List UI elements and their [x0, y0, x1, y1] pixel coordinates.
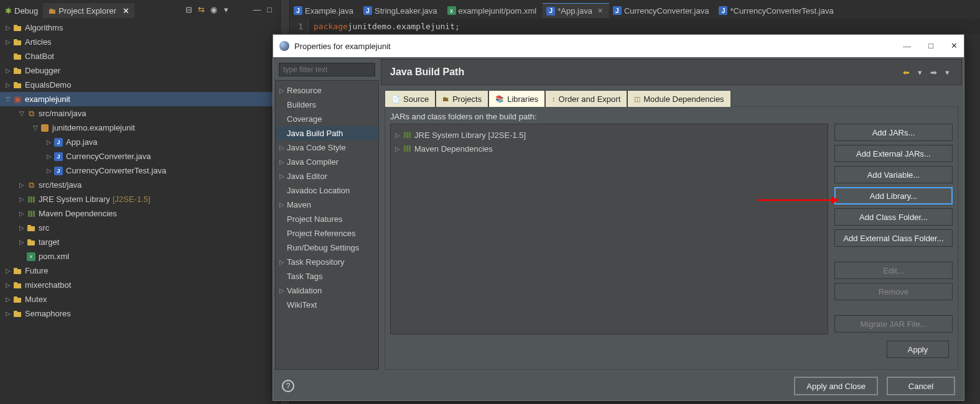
nav-item[interactable]: WikiText [276, 298, 378, 312]
nav-item[interactable]: Builders [276, 98, 378, 112]
history-forward-menu-icon[interactable]: ▾ [941, 67, 953, 78]
close-icon[interactable]: ✕ [597, 7, 603, 15]
focus-task-icon[interactable]: ◉ [208, 4, 219, 15]
tree-row[interactable]: ▽▣examplejunit [0, 92, 280, 106]
code-editor-line[interactable]: 1 package junitdemo.examplejunit; [290, 19, 980, 34]
nav-item[interactable]: Run/Debug Settings [276, 241, 378, 255]
twisty-icon[interactable]: ▷ [45, 139, 54, 145]
tree-row[interactable]: ▷JCurrencyConverterTest.java [0, 163, 280, 178]
nav-item[interactable]: ▷Java Code Style [276, 140, 378, 155]
nav-item[interactable]: ▷Validation [276, 283, 378, 298]
twisty-icon[interactable]: ▷ [278, 259, 286, 265]
add-variable-button[interactable]: Add Variable... [834, 166, 953, 183]
twisty-icon[interactable]: ▷ [393, 145, 402, 152]
jars-tree[interactable]: ▷JRE System Library [J2SE-1.5]▷Maven Dep… [390, 124, 828, 334]
tree-row[interactable]: ▷Articles [0, 35, 280, 49]
history-forward-icon[interactable]: ➡ [928, 67, 939, 78]
apply-and-close-button[interactable]: Apply and Close [794, 377, 878, 395]
tree-row[interactable]: ▷Future [0, 264, 280, 278]
help-icon[interactable]: ? [282, 380, 294, 392]
twisty-icon[interactable]: ▷ [278, 144, 286, 151]
twisty-icon[interactable]: ▷ [17, 210, 26, 217]
link-editor-icon[interactable]: ⇆ [195, 4, 207, 15]
properties-nav-tree[interactable]: ▷ResourceBuildersCoverageJava Build Path… [275, 80, 379, 370]
nav-item[interactable]: Java Build Path [276, 126, 378, 140]
tree-row[interactable]: ▽junitdemo.examplejunit [0, 121, 280, 135]
tree-row[interactable]: ▷JCurrencyConverter.java [0, 149, 280, 163]
twisty-icon[interactable]: ▷ [17, 181, 26, 188]
tree-row[interactable]: ▷Semaphores [0, 306, 280, 321]
tree-row[interactable]: ▷EqualsDemo [0, 78, 280, 92]
view-menu-icon[interactable]: ▾ [220, 4, 231, 15]
buildpath-tab[interactable]: ↕Order and Export [545, 90, 627, 107]
nav-item[interactable]: ▷Task Repository [276, 255, 378, 269]
buildpath-tab[interactable]: 📄Source [385, 90, 436, 107]
filter-input[interactable] [279, 63, 375, 76]
editor-tab[interactable]: JCurrencyConverter.java [609, 3, 716, 18]
twisty-icon[interactable]: ▷ [45, 153, 54, 160]
tree-row[interactable]: ▷Algorithms [0, 21, 280, 35]
window-maximize-icon[interactable]: □ [928, 41, 933, 51]
buildpath-tab[interactable]: 🖿Projects [436, 90, 488, 107]
twisty-icon[interactable]: ▽ [31, 124, 40, 131]
window-close-icon[interactable]: ✕ [951, 41, 958, 51]
apply-button[interactable]: Apply [887, 341, 949, 358]
cancel-button[interactable]: Cancel [887, 377, 955, 395]
nav-item[interactable]: Task Tags [276, 269, 378, 283]
twisty-icon[interactable]: ▷ [278, 287, 286, 294]
twisty-icon[interactable]: ▷ [4, 310, 12, 317]
twisty-icon[interactable]: ▷ [4, 67, 12, 74]
twisty-icon[interactable]: ▷ [393, 132, 402, 139]
library-row[interactable]: ▷Maven Dependencies [393, 142, 825, 155]
buildpath-tab[interactable]: 📚Libraries [488, 90, 545, 107]
editor-tab[interactable]: J*CurrencyConverterTest.java [715, 3, 839, 18]
project-explorer-tree[interactable]: ▷Algorithms▷ArticlesChatBot▷Debugger▷Equ… [0, 19, 280, 404]
nav-item[interactable]: Project Natures [276, 212, 378, 226]
library-row[interactable]: ▷JRE System Library [J2SE-1.5] [393, 128, 825, 142]
add-external-jars-button[interactable]: Add External JARs... [834, 145, 953, 162]
add-external-class-folder-button[interactable]: Add External Class Folder... [834, 229, 953, 247]
tree-row[interactable]: ▷Maven Dependencies [0, 206, 280, 221]
twisty-icon[interactable]: ▷ [278, 173, 286, 180]
tree-row[interactable]: xpom.xml [0, 249, 280, 264]
editor-tab[interactable]: xexamplejunit/pom.xml [444, 3, 543, 18]
twisty-icon[interactable]: ▽ [17, 110, 26, 117]
history-back-icon[interactable]: ⬅ [900, 67, 912, 78]
tree-row[interactable]: ▽⧉src/main/java [0, 106, 280, 121]
add-jars-button[interactable]: Add JARs... [834, 124, 953, 141]
nav-item[interactable]: ▷Java Editor [276, 169, 378, 183]
twisty-icon[interactable]: ▷ [17, 239, 26, 246]
tree-row[interactable]: ▷Debugger [0, 63, 280, 78]
twisty-icon[interactable]: ▷ [4, 81, 12, 88]
tab-debug[interactable]: ✱ Debug [0, 3, 43, 18]
tree-row[interactable]: ▷JRE System Library[J2SE-1.5] [0, 192, 280, 206]
tree-row[interactable]: ▷src [0, 221, 280, 235]
nav-item[interactable]: Project References [276, 226, 378, 241]
nav-item[interactable]: Coverage [276, 112, 378, 126]
window-minimize-icon[interactable]: — [903, 41, 911, 51]
twisty-icon[interactable]: ▷ [278, 158, 286, 165]
add-library-button[interactable]: Add Library... [834, 187, 953, 204]
dialog-title-bar[interactable]: Properties for examplejunit — □ ✕ [273, 35, 964, 57]
tree-row[interactable]: ▷JApp.java [0, 135, 280, 149]
tree-row[interactable]: ▷target [0, 235, 280, 249]
minimize-view-icon[interactable]: — [251, 4, 263, 15]
maximize-view-icon[interactable]: □ [264, 4, 275, 15]
twisty-icon[interactable]: ▽ [4, 96, 12, 103]
close-icon[interactable]: ✕ [123, 6, 129, 16]
add-class-folder-button[interactable]: Add Class Folder... [834, 208, 953, 226]
tree-row[interactable]: ChatBot [0, 49, 280, 63]
nav-item[interactable]: ▷Resource [276, 83, 378, 98]
tree-row[interactable]: ▷mixerchatbot [0, 278, 280, 292]
twisty-icon[interactable]: ▷ [45, 167, 54, 174]
nav-item[interactable]: ▷Java Compiler [276, 155, 378, 169]
nav-item[interactable]: ▷Maven [276, 198, 378, 212]
twisty-icon[interactable]: ▷ [17, 224, 26, 231]
tree-row[interactable]: ▷⧉src/test/java [0, 178, 280, 192]
twisty-icon[interactable]: ▷ [4, 267, 12, 274]
collapse-all-icon[interactable]: ⊟ [183, 4, 194, 15]
twisty-icon[interactable]: ▷ [4, 39, 12, 45]
buildpath-tab[interactable]: ◫Module Dependencies [627, 90, 730, 107]
tab-project-explorer[interactable]: 🖿 Project Explorer ✕ [43, 3, 134, 18]
editor-tab[interactable]: JStringLeaker.java [360, 3, 443, 18]
